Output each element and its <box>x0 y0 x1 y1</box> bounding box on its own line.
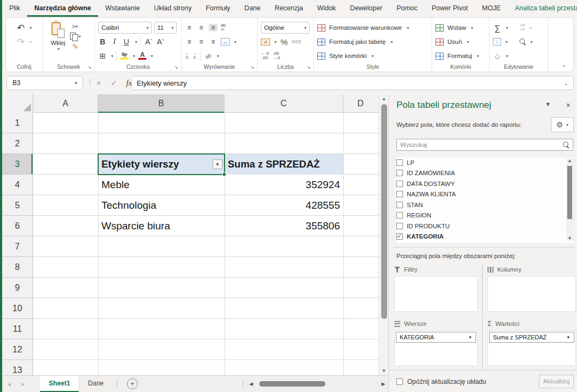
paste-dropdown-icon[interactable]: ▾ <box>47 47 70 52</box>
tab-deweloper[interactable]: Deweloper <box>343 0 389 17</box>
filters-drop-zone[interactable] <box>394 276 478 312</box>
grow-font-icon[interactable]: A^ <box>144 37 153 46</box>
cell-b3-row-labels-header[interactable]: Etykiety wierszy ▾ <box>98 154 225 175</box>
borders-dropdown-icon[interactable]: ▾ <box>111 54 113 59</box>
tab-wstawianie[interactable]: Wstawianie <box>98 0 147 17</box>
accounting-dropdown-icon[interactable]: ▾ <box>274 40 277 44</box>
columns-drop-zone[interactable] <box>488 276 576 312</box>
rows-field-pill-kategoria[interactable]: KATEGORIA▼ <box>396 332 476 343</box>
pane-options-dropdown-icon[interactable]: ▼ <box>545 101 551 107</box>
field-item-region[interactable]: REGION <box>396 210 573 221</box>
tab-uklad-strony[interactable]: Układ strony <box>147 0 198 17</box>
horizontal-scroll-track[interactable] <box>256 381 379 387</box>
field-list-scroll-down-icon[interactable]: ▼ <box>566 236 573 241</box>
field-checkbox[interactable] <box>396 191 403 197</box>
values-field-pill-suma-sprzedaz[interactable]: Suma z SPRZEDAŻ▼ <box>489 332 574 343</box>
vertical-scrollbar[interactable]: ▲ ▼ <box>379 94 388 375</box>
field-list-scroll-thumb[interactable] <box>567 166 572 219</box>
field-checkbox[interactable] <box>396 212 403 219</box>
tab-recenzja[interactable]: Recenzja <box>268 0 310 17</box>
find-select-icon[interactable] <box>520 38 526 45</box>
merge-dropdown-icon[interactable]: ▾ <box>234 40 236 44</box>
wrap-text-icon[interactable]: ab↵ <box>221 23 226 32</box>
sheet-tab-dane[interactable]: Dane <box>79 376 112 392</box>
field-checkbox[interactable] <box>396 202 403 208</box>
find-select-dropdown-icon[interactable]: ▾ <box>530 40 533 44</box>
orientation-icon[interactable]: ab <box>203 52 214 60</box>
clear-icon[interactable]: ◇ <box>493 52 502 60</box>
align-center-icon[interactable]: ≡ <box>197 38 206 46</box>
increase-decimal-icon[interactable]: ←.0,00 <box>261 52 269 60</box>
format-cells-button[interactable]: Formatuj ▾ <box>435 49 486 63</box>
cell-styles-button[interactable]: Style komórki ▾ <box>317 49 428 63</box>
search-field-box[interactable]: Wyszukaj <box>396 139 573 151</box>
cell-c4[interactable]: 352924 <box>225 175 343 195</box>
cut-icon[interactable]: ✂ <box>70 22 81 31</box>
tab-analiza-tabeli-przestawnej[interactable]: Analiza tabeli przestawnej <box>508 0 577 17</box>
font-color-icon[interactable]: A <box>138 52 146 60</box>
increase-indent-icon[interactable]: →≡ <box>193 52 197 60</box>
row-header-12[interactable]: 12 <box>2 339 33 360</box>
new-sheet-button[interactable]: + <box>127 378 138 389</box>
field-list-scrollbar[interactable]: ▲ ▼ <box>566 158 573 241</box>
row-header-8[interactable]: 8 <box>2 257 33 278</box>
insert-cells-button[interactable]: Wstaw ▾ <box>435 21 486 35</box>
pivot-filter-dropdown-icon[interactable]: ▾ <box>213 159 222 169</box>
autosum-dropdown-icon[interactable]: ▾ <box>506 25 508 30</box>
tab-narzedzia-glowne[interactable]: Narzędzia główne <box>27 0 98 17</box>
tab-dane[interactable]: Dane <box>238 0 268 17</box>
column-header-b[interactable]: B <box>98 94 225 113</box>
alignment-dialog-launcher-icon[interactable]: ↘ <box>250 65 254 70</box>
scroll-left-icon[interactable]: ◀ <box>246 381 256 387</box>
column-header-c[interactable]: C <box>225 94 343 113</box>
field-item-id-produktu[interactable]: ID PRODUKTU <box>396 221 573 232</box>
field-item-data-dostawy[interactable]: DATA DOSTAWY <box>396 178 573 189</box>
tab-moje[interactable]: MOJE <box>475 0 508 17</box>
name-box[interactable]: B3 ▾ <box>7 76 83 90</box>
field-checkbox[interactable] <box>396 181 403 187</box>
pill-dropdown-icon[interactable]: ▼ <box>563 335 574 340</box>
underline-dropdown-icon[interactable]: ▾ <box>135 40 137 44</box>
pane-close-icon[interactable]: × <box>566 101 570 110</box>
fill-down-icon[interactable]: ↓ <box>493 38 501 46</box>
font-dialog-launcher-icon[interactable]: ↘ <box>174 65 178 70</box>
fill-color-dropdown-icon[interactable]: ▾ <box>133 54 135 59</box>
cell-c5[interactable]: 428555 <box>225 195 343 216</box>
copy-dropdown-icon[interactable]: ▾ <box>79 34 81 39</box>
sort-filter-icon[interactable]: A▾Z▾ <box>520 23 525 32</box>
tools-button[interactable]: ⚙ ▾ <box>551 117 574 132</box>
tab-power-pivot[interactable]: Power Pivot <box>425 0 475 17</box>
percent-style-button[interactable]: % <box>280 37 288 47</box>
formula-bar[interactable]: Etykiety wierszy ⌄ <box>131 76 574 90</box>
comma-style-button[interactable]: 000 <box>292 39 302 44</box>
redo-dropdown-icon[interactable]: ▾ <box>29 40 31 44</box>
field-item-kategoria[interactable]: KATEGORIA <box>396 232 573 242</box>
align-left-icon[interactable]: ≡ <box>185 38 194 46</box>
scroll-right-icon[interactable]: ▶ <box>379 381 388 387</box>
tab-formuly[interactable]: Formuły <box>198 0 237 17</box>
tab-pomoc[interactable]: Pomoc <box>389 0 425 17</box>
name-box-dropdown-icon[interactable]: ▾ <box>69 80 82 86</box>
row-header-5[interactable]: 5 <box>2 195 33 216</box>
decrease-indent-icon[interactable]: ←≡ <box>185 52 189 60</box>
row-header-3[interactable]: 3 <box>2 154 33 175</box>
values-drop-zone[interactable]: Suma z SPRZEDAŻ▼ <box>488 330 576 366</box>
underline-button[interactable]: U <box>122 37 131 46</box>
bold-button[interactable]: B <box>98 37 107 46</box>
pill-dropdown-icon[interactable]: ▼ <box>465 335 476 340</box>
sheet-nav-prev-icon[interactable]: ◂ <box>2 381 16 388</box>
row-header-9[interactable]: 9 <box>2 278 33 298</box>
field-item-nazwa-klienta[interactable]: NAZWA KLIENTA <box>396 189 573 200</box>
horizontal-scrollbar[interactable]: ◀ ▶ <box>246 376 388 392</box>
field-list-scroll-up-icon[interactable]: ▲ <box>566 158 573 163</box>
copy-icon[interactable] <box>70 33 78 41</box>
sheet-nav-next-icon[interactable]: ▸ <box>16 381 30 388</box>
autosum-icon[interactable]: ∑ <box>493 23 502 33</box>
cancel-entry-icon[interactable]: × <box>92 79 105 87</box>
fill-color-icon[interactable] <box>120 52 129 60</box>
field-item-id-zamowienia[interactable]: ID ZAMÓWIENIA <box>396 168 573 179</box>
field-checkbox[interactable] <box>396 159 403 166</box>
field-item-lp[interactable]: LP <box>396 157 573 168</box>
number-format-combo[interactable]: Ogólne▾ <box>261 22 310 34</box>
column-header-a[interactable]: A <box>33 94 98 113</box>
